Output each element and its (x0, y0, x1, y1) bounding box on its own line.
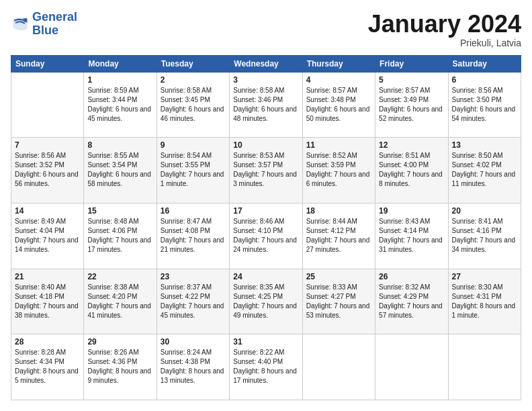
sunset-text: Sunset: 4:34 PM (15, 357, 80, 367)
sunset-text: Sunset: 4:00 PM (379, 161, 444, 170)
day-number: 7 (15, 140, 80, 150)
calendar-cell: 14 Sunrise: 8:49 AM Sunset: 4:04 PM Dayl… (11, 203, 84, 269)
daylight-text: Daylight: 6 hours and 56 minutes. (15, 170, 80, 189)
month-title: January 2024 (368, 11, 521, 38)
daylight-text: Daylight: 6 hours and 54 minutes. (452, 105, 517, 124)
sunset-text: Sunset: 4:36 PM (87, 357, 152, 367)
day-info: Sunrise: 8:30 AM Sunset: 4:31 PM Dayligh… (452, 283, 517, 320)
calendar-cell: 20 Sunrise: 8:41 AM Sunset: 4:16 PM Dayl… (448, 203, 521, 269)
sunset-text: Sunset: 4:12 PM (306, 226, 371, 236)
day-info: Sunrise: 8:50 AM Sunset: 4:02 PM Dayligh… (452, 151, 517, 189)
daylight-text: Daylight: 7 hours and 6 minutes. (306, 170, 371, 189)
calendar-cell: 4 Sunrise: 8:57 AM Sunset: 3:48 PM Dayli… (302, 72, 375, 138)
daylight-text: Daylight: 7 hours and 31 minutes. (379, 236, 444, 255)
day-info: Sunrise: 8:22 AM Sunset: 4:40 PM Dayligh… (233, 348, 298, 385)
sunrise-text: Sunrise: 8:53 AM (233, 151, 298, 161)
sunset-text: Sunset: 3:49 PM (379, 95, 444, 105)
day-info: Sunrise: 8:46 AM Sunset: 4:10 PM Dayligh… (233, 217, 298, 255)
sunrise-text: Sunrise: 8:22 AM (233, 348, 298, 357)
week-row-1: 1 Sunrise: 8:59 AM Sunset: 3:44 PM Dayli… (11, 72, 521, 138)
day-number: 10 (233, 140, 298, 150)
daylight-text: Daylight: 7 hours and 49 minutes. (233, 302, 298, 320)
sunrise-text: Sunrise: 8:41 AM (452, 217, 517, 226)
calendar-cell: 28 Sunrise: 8:28 AM Sunset: 4:34 PM Dayl… (11, 334, 84, 400)
sunset-text: Sunset: 4:38 PM (161, 357, 226, 367)
sunset-text: Sunset: 3:57 PM (233, 161, 298, 170)
sunset-text: Sunset: 4:08 PM (161, 226, 226, 236)
calendar-cell: 8 Sunrise: 8:55 AM Sunset: 3:54 PM Dayli… (84, 138, 157, 203)
sunset-text: Sunset: 3:44 PM (87, 95, 152, 105)
calendar-cell: 2 Sunrise: 8:58 AM Sunset: 3:45 PM Dayli… (157, 72, 229, 138)
day-info: Sunrise: 8:28 AM Sunset: 4:34 PM Dayligh… (15, 348, 80, 385)
daylight-text: Daylight: 8 hours and 13 minutes. (161, 367, 226, 385)
calendar-cell: 30 Sunrise: 8:24 AM Sunset: 4:38 PM Dayl… (157, 334, 229, 400)
daylight-text: Daylight: 7 hours and 41 minutes. (87, 302, 152, 320)
sunset-text: Sunset: 4:02 PM (452, 161, 517, 170)
day-number: 26 (379, 272, 444, 281)
day-number: 5 (379, 75, 444, 85)
logo-icon (11, 15, 30, 34)
day-info: Sunrise: 8:40 AM Sunset: 4:18 PM Dayligh… (15, 283, 80, 320)
calendar-cell: 6 Sunrise: 8:56 AM Sunset: 3:50 PM Dayli… (448, 72, 521, 138)
day-info: Sunrise: 8:41 AM Sunset: 4:16 PM Dayligh… (452, 217, 517, 255)
day-info: Sunrise: 8:55 AM Sunset: 3:54 PM Dayligh… (87, 151, 152, 189)
day-number: 4 (306, 75, 371, 85)
day-info: Sunrise: 8:58 AM Sunset: 3:46 PM Dayligh… (233, 86, 298, 124)
daylight-text: Daylight: 7 hours and 34 minutes. (452, 236, 517, 255)
day-info: Sunrise: 8:51 AM Sunset: 4:00 PM Dayligh… (379, 151, 444, 189)
calendar-cell: 9 Sunrise: 8:54 AM Sunset: 3:55 PM Dayli… (157, 138, 229, 203)
calendar-cell: 11 Sunrise: 8:52 AM Sunset: 3:59 PM Dayl… (302, 138, 375, 203)
daylight-text: Daylight: 7 hours and 8 minutes. (379, 170, 444, 189)
day-info: Sunrise: 8:33 AM Sunset: 4:27 PM Dayligh… (306, 283, 371, 320)
sunrise-text: Sunrise: 8:57 AM (306, 86, 371, 95)
calendar-cell: 17 Sunrise: 8:46 AM Sunset: 4:10 PM Dayl… (230, 203, 302, 269)
day-number: 6 (452, 75, 517, 85)
calendar-cell (11, 72, 84, 138)
daylight-text: Daylight: 7 hours and 11 minutes. (452, 170, 517, 189)
sunrise-text: Sunrise: 8:40 AM (15, 283, 80, 292)
daylight-text: Daylight: 7 hours and 21 minutes. (161, 236, 226, 255)
day-number: 15 (87, 206, 152, 216)
daylight-text: Daylight: 6 hours and 48 minutes. (233, 105, 298, 124)
sunrise-text: Sunrise: 8:35 AM (233, 283, 298, 292)
sunset-text: Sunset: 4:29 PM (379, 292, 444, 302)
day-info: Sunrise: 8:59 AM Sunset: 3:44 PM Dayligh… (87, 86, 152, 124)
sunset-text: Sunset: 4:14 PM (379, 226, 444, 236)
daylight-text: Daylight: 7 hours and 57 minutes. (379, 302, 444, 320)
day-info: Sunrise: 8:47 AM Sunset: 4:08 PM Dayligh… (161, 217, 226, 255)
sunrise-text: Sunrise: 8:37 AM (161, 283, 226, 292)
sunrise-text: Sunrise: 8:24 AM (161, 348, 226, 357)
sunset-text: Sunset: 3:55 PM (161, 161, 226, 170)
page: General Blue January 2024 Priekuli, Latv… (0, 0, 532, 411)
daylight-text: Daylight: 8 hours and 17 minutes. (233, 367, 298, 385)
day-number: 19 (379, 206, 444, 216)
day-info: Sunrise: 8:53 AM Sunset: 3:57 PM Dayligh… (233, 151, 298, 189)
day-number: 12 (379, 140, 444, 150)
sunrise-text: Sunrise: 8:28 AM (15, 348, 80, 357)
header-saturday: Saturday (448, 55, 521, 72)
sunrise-text: Sunrise: 8:26 AM (87, 348, 152, 357)
day-number: 21 (15, 272, 80, 281)
header-thursday: Thursday (302, 55, 375, 72)
day-info: Sunrise: 8:43 AM Sunset: 4:14 PM Dayligh… (379, 217, 444, 255)
sunrise-text: Sunrise: 8:52 AM (306, 151, 371, 161)
day-number: 30 (161, 337, 226, 347)
calendar-cell: 22 Sunrise: 8:38 AM Sunset: 4:20 PM Dayl… (84, 269, 157, 334)
sunset-text: Sunset: 4:31 PM (452, 292, 517, 302)
sunrise-text: Sunrise: 8:48 AM (87, 217, 152, 226)
calendar-cell (375, 334, 448, 400)
week-row-2: 7 Sunrise: 8:56 AM Sunset: 3:52 PM Dayli… (11, 138, 521, 203)
daylight-text: Daylight: 7 hours and 3 minutes. (233, 170, 298, 189)
calendar-cell (448, 334, 521, 400)
sunrise-text: Sunrise: 8:30 AM (452, 283, 517, 292)
calendar-cell: 18 Sunrise: 8:44 AM Sunset: 4:12 PM Dayl… (302, 203, 375, 269)
calendar-table: Sunday Monday Tuesday Wednesday Thursday… (11, 55, 521, 400)
daylight-text: Daylight: 7 hours and 45 minutes. (161, 302, 226, 320)
calendar-cell: 5 Sunrise: 8:57 AM Sunset: 3:49 PM Dayli… (375, 72, 448, 138)
calendar-cell: 16 Sunrise: 8:47 AM Sunset: 4:08 PM Dayl… (157, 203, 229, 269)
sunset-text: Sunset: 4:06 PM (87, 226, 152, 236)
daylight-text: Daylight: 6 hours and 52 minutes. (379, 105, 444, 124)
day-number: 14 (15, 206, 80, 216)
daylight-text: Daylight: 7 hours and 17 minutes. (87, 236, 152, 255)
sunrise-text: Sunrise: 8:54 AM (161, 151, 226, 161)
